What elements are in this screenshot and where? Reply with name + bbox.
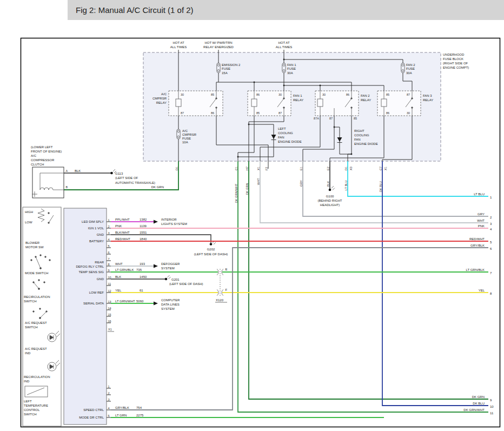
ac-cmprsr-fuse-label: CMPRSR — [182, 133, 197, 136]
fan-1-fuse-label: FAN 1 — [287, 63, 296, 67]
exit-number: 10 — [490, 405, 494, 408]
wire-label: BLK/WHT — [115, 231, 130, 234]
circuit-number: 1139 — [140, 224, 147, 228]
circuit-number: 1551 — [140, 231, 147, 234]
dest-computer-data: SYSTEM — [161, 307, 175, 310]
wire-dk-grn-label: DK GRN — [151, 185, 164, 189]
fan-2-fuse-label: 30A — [406, 71, 412, 75]
wire-label: YEL — [115, 289, 122, 292]
temp-control-label: LEFT — [24, 400, 32, 403]
ground-icon — [210, 243, 213, 246]
connector-tag: X1 — [384, 167, 387, 170]
connector-tag: H7 — [246, 167, 249, 170]
pin-number: 6 — [108, 251, 110, 254]
connector-tag: D1 — [175, 167, 178, 170]
fan-2-relay-label: RELAY — [361, 98, 371, 102]
ac-cmprsr-fuse-label: A/C — [182, 129, 188, 132]
wire-label: LT GRN/BLK — [115, 268, 134, 271]
fan-2-relay-label: FAN 2 — [361, 94, 370, 97]
fan-3-relay-label: FAN 3 — [423, 94, 432, 97]
ac-control-module: LED DIM SPLY IGN 1 VOL GND BATTERY REAR … — [64, 208, 114, 425]
relay-pin: 85 — [386, 93, 389, 96]
pin-number: 3 — [108, 398, 110, 401]
dest-computer-data: COMPUTER — [161, 299, 180, 302]
relay-pin: 30 — [181, 93, 184, 96]
connector-x1-label: X1 — [108, 328, 112, 331]
connector-tag: E1 — [300, 167, 303, 170]
pin-number: 15 — [108, 313, 111, 316]
ac-request-switch-label: A/C REQUEST — [25, 321, 47, 324]
g113-label: G113 — [115, 172, 123, 175]
circuit-number: 5060 — [136, 300, 144, 303]
relay-pin: 87A — [314, 117, 319, 120]
fn-gnd2: GND — [97, 277, 104, 281]
ac-cmprsr-relay-label: RELAY — [156, 101, 167, 104]
g202-label: (LEFT SIDE OF DASH) — [194, 253, 228, 256]
x120-cavity-e: E — [226, 268, 228, 271]
circuit-number: 1840 — [140, 237, 147, 241]
relay-pin: 30 — [322, 93, 326, 96]
temp-control-label: CONTROL — [24, 408, 40, 412]
x120-cavity-f: F — [226, 288, 228, 291]
clutch-label: A/C — [31, 154, 37, 157]
clutch-pin-b: B — [66, 185, 68, 189]
title-bar: Fig 2: Manual A/C Circuit (1 of 2) — [68, 0, 504, 20]
x120-label: X120 — [216, 299, 224, 302]
wire-label: PNK — [115, 224, 122, 228]
fan-2-fuse-label: FUSE — [406, 67, 415, 70]
connector-tag: X1 — [257, 167, 260, 170]
exit-wire-label: WHT — [477, 219, 485, 222]
fan-1-relay-label: FAN 1 — [293, 94, 302, 97]
pin-number: 2 — [108, 392, 110, 395]
wire-tag: DK BLU — [379, 181, 382, 192]
exit-wire-label: LT GRN/BLK — [466, 268, 485, 271]
left-diode-label: LEFT — [278, 127, 286, 130]
left-diode-label: FAN — [278, 136, 284, 139]
dest-defogger: SYSTEM — [161, 267, 175, 270]
dest-interior-lights: LIGHTS SYSTEM — [161, 222, 187, 226]
connector-tag: E2 — [327, 167, 330, 170]
exit-wire-label: RED/WHT — [469, 237, 485, 241]
dest-defogger: DEFOGGER — [161, 262, 180, 266]
fn-defog-rly-ctrl: DEFOG RLY CTRL — [76, 265, 104, 268]
pin-number: 1 — [108, 385, 110, 388]
wire-label: BLK — [115, 275, 121, 279]
fn-rear: REAR — [95, 261, 104, 264]
emission-2-fuse-label: 15A — [222, 71, 228, 75]
wire-tag: BLK — [327, 181, 330, 187]
exit-number: 11 — [490, 412, 494, 415]
wire-label: LT GRN/WHT — [115, 300, 135, 303]
fan-3-relay-label: RELAY — [423, 98, 433, 102]
fn-mode-dr-ctrl: MODE DR CTRL — [79, 416, 104, 419]
fn-temp-sens-sig: TEMP SENS SIG — [78, 270, 104, 274]
wire-tag: DK GRN/WHT — [235, 183, 238, 203]
exit-wire-label: GRY — [478, 213, 485, 216]
temp-control-label: SWITCH — [24, 413, 37, 416]
clutch-label: (LOWER LEFT — [31, 145, 53, 149]
fan-1-relay-label: RELAY — [293, 98, 303, 102]
fn-serial-data: SERIAL DATA — [83, 302, 104, 305]
control-panel: HIGH LOW BLOWER MOTOR SW MODE SWITCH REC… — [23, 207, 61, 426]
ac-cmprsr-relay-label: A/C — [161, 92, 167, 96]
fn-ign-1-vol: IGN 1 VOL — [88, 227, 104, 230]
relay-pin: 87 — [329, 117, 333, 120]
mode-switch-label: MODE SWITCH — [25, 271, 48, 275]
page-title: Fig 2: Manual A/C Circuit (1 of 2) — [76, 5, 194, 15]
fuse-block-title: (RIGHT SIDE OF — [443, 62, 468, 65]
dest-computer-data: DATA LINES — [161, 303, 180, 306]
ac-request-ind-label: A/C REQUEST — [25, 347, 47, 350]
recirculation-switch-label: SWITCH — [24, 300, 37, 303]
fuse-block-title: UNDERHOOD — [443, 53, 465, 56]
feed-hot-pwrtrn: HOT W/ PWR/TRN — [204, 41, 232, 44]
temperature-control-icon — [25, 386, 48, 397]
relay-pin: 87 — [407, 93, 410, 96]
connector-tag: F2 — [265, 167, 268, 170]
recirculation-ind-label: RECIRCULATION — [24, 375, 50, 379]
pin-number: 16 — [108, 320, 111, 323]
dest-interior-lights: INTERIOR — [161, 218, 177, 221]
underhood-fuse-block: UNDERHOOD FUSE BLOCK (RIGHT SIDE OF ENGI… — [143, 41, 469, 161]
exit-wire-label: PNK — [478, 224, 485, 228]
blower-motor-sw-label: BLOWER — [25, 241, 40, 244]
ac-cmprsr-relay-label: CMPRSR — [152, 97, 167, 100]
exit-wire-label: YEL — [479, 289, 485, 292]
